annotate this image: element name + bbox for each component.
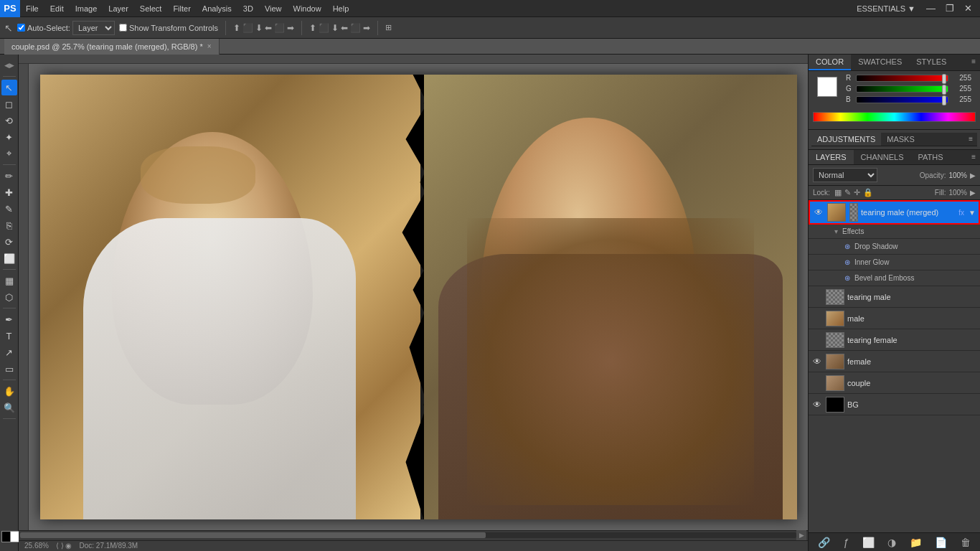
red-slider-track[interactable] bbox=[856, 75, 948, 82]
hand-tool-button[interactable]: ✋ bbox=[1, 383, 17, 399]
close-button[interactable]: ✕ bbox=[961, 1, 976, 15]
green-slider-thumb[interactable] bbox=[942, 85, 946, 95]
green-slider-track[interactable] bbox=[856, 85, 948, 93]
show-transform-checkbox[interactable] bbox=[119, 24, 127, 32]
align-right-icon[interactable]: ➡ bbox=[287, 23, 294, 33]
layers-panel-menu-icon[interactable]: ≡ bbox=[967, 150, 980, 164]
layer-item-bg[interactable]: 👁 BG bbox=[809, 394, 980, 415]
heal-tool-button[interactable]: ✚ bbox=[1, 184, 17, 200]
lock-brush-icon[interactable]: ✎ bbox=[844, 188, 851, 197]
delete-layer-button[interactable]: 🗑 bbox=[961, 537, 971, 548]
red-slider-thumb[interactable] bbox=[942, 74, 946, 84]
menu-file[interactable]: File bbox=[20, 0, 44, 17]
add-mask-button[interactable]: ⬜ bbox=[862, 537, 875, 548]
marquee-tool-button[interactable]: ◻ bbox=[1, 96, 17, 112]
layer-item-tearing-female[interactable]: 👁 tearing female bbox=[809, 329, 980, 351]
clone-tool-button[interactable]: ⎘ bbox=[1, 217, 17, 233]
new-adjustment-button[interactable]: ◑ bbox=[887, 537, 896, 548]
quick-select-button[interactable]: ✦ bbox=[1, 129, 17, 145]
essentials-button[interactable]: ESSENTIALS ▼ bbox=[852, 3, 920, 14]
shape-tool-button[interactable]: ▭ bbox=[1, 361, 17, 377]
layer-item-tearing-male[interactable]: 👁 tearing male bbox=[809, 286, 980, 308]
tab-color[interactable]: COLOR bbox=[809, 55, 851, 70]
document-tab[interactable]: couple.psd @ 25.7% (tearing male (merged… bbox=[4, 39, 220, 55]
lasso-tool-button[interactable]: ⟲ bbox=[1, 113, 17, 128]
layer-item-tearing-male-merged[interactable]: 👁 tearing male (merged) fx ▼ bbox=[809, 200, 980, 225]
menu-help[interactable]: Help bbox=[327, 0, 355, 17]
layer-options-icon-0[interactable]: ▼ bbox=[969, 209, 976, 217]
tab-masks[interactable]: MASKS bbox=[881, 133, 920, 146]
auto-align-icon[interactable]: ⊞ bbox=[385, 23, 392, 32]
adjustments-panel-menu-icon[interactable]: ≡ bbox=[964, 133, 977, 146]
lock-all-icon[interactable]: 🔒 bbox=[863, 188, 873, 197]
layer-eye-icon-4[interactable]: 👁 bbox=[811, 356, 823, 367]
layer-eye-icon-6[interactable]: 👁 bbox=[811, 399, 823, 410]
dist-right-icon[interactable]: ➡ bbox=[363, 23, 370, 33]
color-spectrum-bar[interactable] bbox=[813, 112, 976, 122]
blend-mode-dropdown[interactable]: Normal Multiply Screen bbox=[813, 168, 877, 182]
dist-left-icon[interactable]: ⬅ bbox=[341, 23, 348, 33]
move-tool-button[interactable]: ↖ bbox=[1, 80, 17, 95]
zoom-tool-button[interactable]: 🔍 bbox=[1, 400, 17, 415]
align-bottom-icon[interactable]: ⬇ bbox=[255, 23, 263, 33]
restore-button[interactable]: ❐ bbox=[942, 1, 958, 15]
layer-eye-icon-1[interactable]: 👁 bbox=[811, 291, 823, 303]
layer-eye-icon-0[interactable]: 👁 bbox=[813, 207, 824, 218]
tab-styles[interactable]: STYLES bbox=[909, 55, 953, 70]
add-style-button[interactable]: ƒ bbox=[844, 537, 849, 548]
fill-expand-icon[interactable]: ▶ bbox=[970, 189, 976, 197]
menu-view[interactable]: View bbox=[259, 0, 288, 17]
menu-edit[interactable]: Edit bbox=[44, 0, 70, 17]
layer-eye-icon-2[interactable]: 👁 bbox=[811, 313, 823, 324]
menu-3d[interactable]: 3D bbox=[237, 0, 259, 17]
tab-paths[interactable]: PATHS bbox=[911, 150, 951, 164]
history-brush-button[interactable]: ⟳ bbox=[1, 234, 17, 250]
menu-image[interactable]: Image bbox=[70, 0, 103, 17]
menu-layer[interactable]: Layer bbox=[103, 0, 134, 17]
lock-transparent-icon[interactable]: ▦ bbox=[834, 188, 842, 197]
horizontal-scrollbar[interactable]: ▶ bbox=[19, 530, 808, 540]
scroll-right-button[interactable]: ▶ bbox=[796, 530, 806, 540]
tab-swatches[interactable]: SWATCHES bbox=[851, 55, 909, 70]
effects-collapse-icon[interactable]: ▾ bbox=[834, 227, 838, 235]
layer-item-male[interactable]: 👁 male bbox=[809, 308, 980, 329]
color-panel-menu-icon[interactable]: ≡ bbox=[967, 55, 980, 70]
dist-bottom-icon[interactable]: ⬇ bbox=[331, 23, 339, 33]
layer-eye-icon-5[interactable]: 👁 bbox=[811, 377, 823, 389]
auto-select-checkbox[interactable] bbox=[17, 24, 25, 32]
align-middle-icon[interactable]: ⬛ bbox=[242, 23, 253, 33]
type-tool-button[interactable]: T bbox=[1, 328, 17, 344]
toolbar-collapse-toggle[interactable]: ◀▶ bbox=[1, 57, 17, 73]
align-center-icon[interactable]: ⬛ bbox=[274, 23, 285, 33]
menu-analysis[interactable]: Analysis bbox=[197, 0, 237, 17]
blue-slider-thumb[interactable] bbox=[942, 95, 946, 105]
eraser-tool-button[interactable]: ⬜ bbox=[1, 250, 17, 266]
dist-vert-icon[interactable]: ⬛ bbox=[319, 23, 329, 33]
tab-layers[interactable]: LAYERS bbox=[809, 150, 854, 164]
layer-item-female[interactable]: 👁 female bbox=[809, 351, 980, 372]
dodge-tool-button[interactable]: ⬡ bbox=[1, 289, 17, 305]
color-swatch-white[interactable] bbox=[817, 77, 837, 97]
pen-tool-button[interactable]: ✒ bbox=[1, 311, 17, 327]
lock-move-icon[interactable]: ✛ bbox=[854, 188, 860, 197]
canvas-inner[interactable] bbox=[29, 64, 808, 530]
crop-tool-button[interactable]: ⌖ bbox=[1, 146, 17, 161]
tab-close-button[interactable]: × bbox=[207, 42, 212, 50]
dist-horiz-icon[interactable]: ⬛ bbox=[350, 23, 361, 33]
new-group-button[interactable]: 📁 bbox=[910, 537, 922, 548]
minimize-button[interactable]: — bbox=[923, 1, 939, 15]
link-layers-button[interactable]: 🔗 bbox=[818, 537, 830, 548]
opacity-expand-icon[interactable]: ▶ bbox=[970, 171, 976, 179]
tab-adjustments[interactable]: ADJUSTMENTS bbox=[811, 133, 881, 146]
path-select-button[interactable]: ↗ bbox=[1, 344, 17, 360]
blue-slider-track[interactable] bbox=[856, 96, 948, 103]
brush-tool-button[interactable]: ✎ bbox=[1, 201, 17, 217]
align-left-icon[interactable]: ⬅ bbox=[265, 23, 272, 33]
menu-select[interactable]: Select bbox=[134, 0, 168, 17]
menu-window[interactable]: Window bbox=[288, 0, 327, 17]
layer-eye-icon-3[interactable]: 👁 bbox=[811, 334, 823, 346]
layer-select-dropdown[interactable]: Layer Group bbox=[72, 21, 115, 35]
align-top-icon[interactable]: ⬆ bbox=[233, 23, 240, 33]
tab-channels[interactable]: CHANNELS bbox=[854, 150, 911, 164]
gradient-tool-button[interactable]: ▦ bbox=[1, 273, 17, 288]
